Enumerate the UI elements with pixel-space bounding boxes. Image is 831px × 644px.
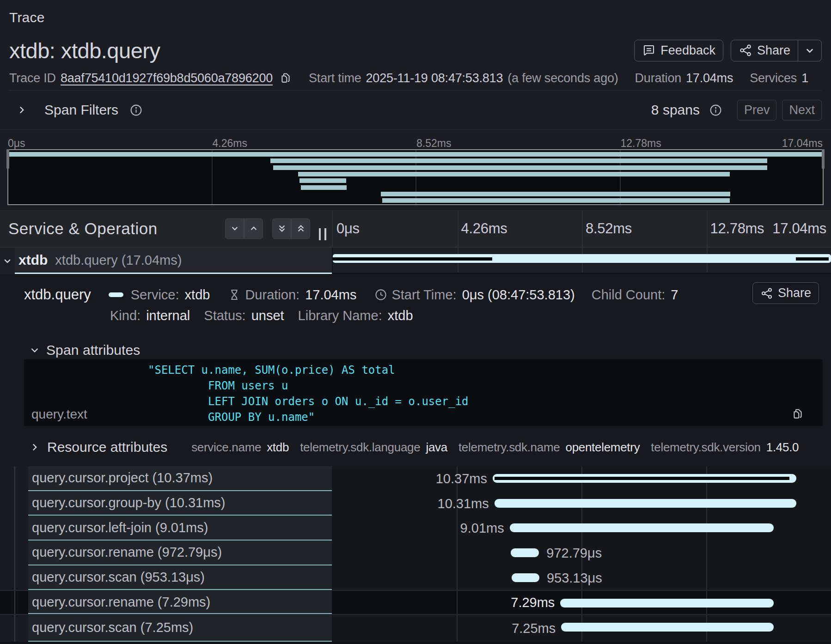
span-attributes-title: Span attributes (46, 342, 140, 358)
span-row-name[interactable]: query.cursor.rename (972.79μs) (28, 541, 332, 565)
span-row-name[interactable]: query.cursor.scan (7.25ms) (28, 615, 332, 642)
root-span-row[interactable]: xtdb xtdb.query (17.04ms) (0, 248, 831, 274)
span-duration-label: 7.25ms (512, 620, 556, 636)
minimap-tick-label: 0μs (8, 137, 25, 150)
detail-service-label: Service: (131, 287, 179, 302)
root-span-timeline[interactable] (332, 248, 831, 274)
expand-all-button[interactable] (291, 218, 310, 239)
chevron-right-icon (29, 441, 41, 453)
minimap-canvas[interactable] (7, 149, 824, 205)
span-row[interactable]: query.cursor.scan (953.13μs) 953.13μs (0, 565, 831, 590)
span-row-name[interactable]: query.cursor.project (10.37ms) (28, 466, 332, 491)
root-span-gutter (0, 248, 15, 274)
chevron-right-icon[interactable] (16, 104, 28, 116)
resource-attribute: telemetry.sdk.version1.45.0 (640, 440, 799, 455)
prev-button[interactable]: Prev (737, 100, 777, 121)
span-duration-label: 972.79μs (546, 545, 602, 560)
span-duration-label: 7.29ms (511, 595, 555, 610)
trace-minimap: 0μs4.26ms8.52ms12.78ms17.04ms (0, 130, 831, 210)
panel-bottom-edge (0, 642, 831, 644)
child-span-rows: query.cursor.project (10.37ms) 10.37ms q… (0, 466, 831, 642)
span-row-gutter (0, 516, 28, 541)
span-bar[interactable] (510, 523, 774, 532)
start-time-relative: (a few seconds ago) (507, 71, 618, 85)
service-operation-header: Service & Operation (8, 219, 158, 238)
feedback-label: Feedback (660, 43, 715, 58)
span-row[interactable]: query.cursor.rename (7.29ms) 7.29ms (0, 590, 831, 615)
span-row-name[interactable]: query.cursor.group-by (10.31ms) (28, 491, 332, 516)
feedback-button[interactable]: Feedback (634, 40, 723, 61)
span-row-name[interactable]: query.cursor.scan (953.13μs) (28, 565, 332, 590)
span-attributes-header[interactable]: Span attributes (24, 343, 822, 357)
column-resize-grip[interactable] (319, 228, 326, 240)
trace-title: xtdb: xtdb.query (9, 38, 160, 63)
span-row-name[interactable]: query.cursor.rename (7.29ms) (28, 591, 332, 614)
span-row[interactable]: query.cursor.scan (7.25ms) 7.25ms (0, 615, 831, 642)
detail-service-value: xtdb (185, 287, 210, 302)
span-row[interactable]: query.cursor.left-join (9.01ms) 9.01ms (0, 516, 831, 541)
span-row[interactable]: query.cursor.group-by (10.31ms) 10.31ms (0, 491, 831, 516)
span-bar[interactable] (512, 573, 539, 582)
next-button[interactable]: Next (782, 100, 822, 121)
resource-attribute-value: opentelemetry (565, 440, 640, 454)
span-bar[interactable] (511, 548, 539, 557)
span-row-gutter (0, 491, 28, 516)
minimap-span-bar (381, 192, 730, 196)
tree-connector-line (14, 516, 15, 541)
span-row-name[interactable]: query.cursor.left-join (9.01ms) (28, 516, 332, 541)
span-row-timeline[interactable]: 9.01ms (332, 516, 831, 541)
detail-kind-value: internal (146, 308, 190, 323)
span-row-timeline[interactable]: 953.13μs (332, 565, 831, 590)
resource-attributes-header[interactable]: Resource attributes service.namextdb tel… (24, 439, 822, 456)
copy-attribute-button[interactable] (791, 407, 804, 420)
span-bar[interactable] (495, 499, 796, 508)
root-span-name-cell[interactable]: xtdb xtdb.query (17.04ms) (15, 248, 332, 274)
detail-share-button[interactable]: Share (752, 282, 819, 304)
detail-status-label: Status: (204, 308, 245, 323)
detail-library-value: xtdb (388, 308, 413, 323)
span-row[interactable]: query.cursor.rename (972.79μs) 972.79μs (0, 541, 831, 565)
collapse-one-button[interactable] (225, 218, 244, 239)
span-row-timeline[interactable]: 7.29ms (332, 591, 831, 614)
chevron-down-icon[interactable] (1, 255, 14, 267)
timeline-ticks: 0μs4.26ms8.52ms12.78ms17.04ms (332, 210, 831, 247)
timeline-gridline (707, 210, 708, 247)
expand-one-button[interactable] (244, 218, 263, 239)
timeline-gridline (458, 210, 458, 247)
span-row-gutter (0, 565, 28, 590)
info-icon (129, 103, 143, 117)
chevron-down-icon (229, 223, 241, 235)
span-row-timeline[interactable]: 972.79μs (332, 541, 831, 565)
span-bar[interactable] (561, 623, 774, 632)
detail-library-label: Library Name: (298, 308, 382, 323)
span-bar[interactable] (493, 474, 796, 483)
span-bar[interactable] (560, 599, 774, 608)
span-filters-title[interactable]: Span Filters (44, 102, 118, 118)
tree-connector-line (14, 466, 15, 491)
comment-icon (642, 43, 656, 57)
minimap-left-scrubber[interactable] (7, 149, 8, 205)
span-row-timeline[interactable]: 7.25ms (332, 615, 831, 642)
minimap-right-scrubber[interactable] (823, 149, 824, 205)
span-row-timeline[interactable]: 10.31ms (332, 491, 831, 516)
copy-trace-id-button[interactable] (279, 72, 292, 85)
share-button[interactable]: Share (731, 40, 798, 61)
collapse-all-button[interactable] (272, 218, 291, 239)
tree-connector-line (14, 565, 15, 590)
trace-id-value[interactable]: 8aaf75410d1927f69b8d5060a7896200 (61, 71, 273, 85)
minimap-span-bar (273, 165, 767, 170)
share-dropdown-button[interactable] (798, 40, 822, 61)
root-span-operation: xtdb.query (17.04ms) (55, 253, 182, 268)
critical-path-segment (796, 257, 829, 261)
span-row[interactable]: query.cursor.project (10.37ms) 10.37ms (0, 466, 831, 491)
copy-icon (279, 72, 292, 85)
duration-group: Duration 17.04ms (635, 71, 733, 85)
span-row-timeline[interactable]: 10.37ms (332, 466, 831, 491)
detail-start-label: Start Time: (391, 287, 456, 302)
double-chevron-up-icon (295, 223, 307, 235)
timeline-gridline (706, 541, 707, 565)
root-span-bar[interactable] (333, 254, 831, 263)
minimap-span-bar (382, 198, 729, 203)
minimap-tick-labels: 0μs4.26ms8.52ms12.78ms17.04ms (7, 137, 824, 148)
hourglass-icon (227, 288, 241, 302)
